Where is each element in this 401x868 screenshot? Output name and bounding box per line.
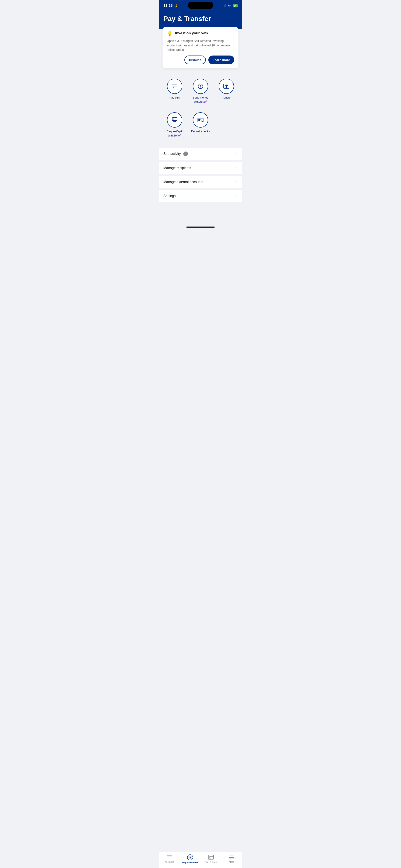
pay-bills-action[interactable]: Pay bills: [163, 75, 187, 107]
svg-rect-1: [224, 5, 224, 7]
battery-badge: 36: [233, 4, 238, 7]
moon-icon: 🌙: [174, 4, 177, 7]
pay-bills-icon: [167, 79, 182, 94]
promo-header: 💡 Invest on your own: [167, 31, 234, 37]
page-title: Pay & Transfer: [163, 15, 238, 23]
manage-recipients-label: Manage recipients: [163, 166, 191, 170]
settings-label: Settings: [163, 194, 176, 198]
pay-bills-label: Pay bills: [170, 96, 180, 100]
wifi-icon: [228, 4, 232, 7]
svg-rect-2: [225, 5, 225, 7]
see-activity-chevron: ›: [236, 152, 238, 156]
deposit-checks-icon: [193, 112, 208, 128]
svg-rect-0: [223, 6, 223, 7]
svg-rect-3: [226, 4, 226, 7]
activity-dot: [183, 152, 188, 156]
main-content: 💡 Invest on your own Open a J.P. Morgan …: [159, 27, 242, 225]
svg-rect-6: [173, 87, 174, 88]
menu-divider-3: [159, 188, 242, 190]
send-money-icon: $: [193, 79, 208, 94]
transfer-action[interactable]: Transfer: [214, 75, 238, 107]
transfer-icon: [219, 79, 234, 94]
manage-recipients-chevron: ›: [236, 166, 238, 170]
settings-item[interactable]: Settings ›: [159, 190, 242, 202]
promo-description: Open a J.P. Morgan Self-Directed Investi…: [167, 39, 234, 52]
manage-recipients-item[interactable]: Manage recipients ›: [159, 162, 242, 174]
deposit-checks-label: Deposit checks: [191, 130, 210, 133]
promo-title: Invest on your own: [175, 31, 208, 35]
section-divider: [159, 144, 242, 146]
learn-more-button[interactable]: Learn more: [208, 56, 234, 64]
request-split-action[interactable]: Request/split with Zelle®: [163, 109, 187, 141]
manage-external-accounts-item[interactable]: Manage external accounts ›: [159, 176, 242, 188]
transfer-label: Transfer: [221, 96, 231, 100]
promo-card: 💡 Invest on your own Open a J.P. Morgan …: [163, 27, 238, 68]
see-activity-item[interactable]: See activity ›: [159, 148, 242, 160]
action-grid-row2: Request/split with Zelle® Deposit checks: [159, 109, 242, 144]
signal-icon: [223, 4, 227, 7]
status-bar: 11:25 🌙 36: [159, 0, 242, 10]
action-grid-row1: Pay bills $ Send money with Zelle®: [159, 72, 242, 109]
dynamic-island: [188, 2, 213, 9]
menu-divider-2: [159, 174, 242, 176]
status-time: 11:25: [163, 4, 172, 8]
promo-actions: Dismiss Learn more: [167, 56, 234, 64]
see-activity-left: See activity: [163, 152, 188, 156]
home-indicator: [186, 226, 215, 227]
header: Pay & Transfer: [159, 10, 242, 29]
lightbulb-icon: 💡: [167, 31, 172, 37]
deposit-checks-action[interactable]: Deposit checks: [189, 109, 212, 141]
manage-external-accounts-label: Manage external accounts: [163, 180, 203, 184]
request-split-icon: [167, 112, 182, 128]
menu-divider-1: [159, 160, 242, 162]
send-money-action[interactable]: $ Send money with Zelle®: [189, 75, 212, 107]
svg-rect-5: [172, 86, 177, 87]
svg-text:$: $: [200, 85, 201, 88]
request-split-label: Request/split with Zelle®: [164, 130, 185, 137]
settings-chevron: ›: [236, 194, 238, 198]
send-money-label: Send money with Zelle®: [190, 96, 211, 104]
see-activity-label: See activity: [163, 152, 181, 156]
empty-slot: [214, 109, 238, 141]
status-icons: 36: [223, 4, 238, 7]
manage-external-accounts-chevron: ›: [236, 180, 238, 184]
menu-section: See activity › Manage recipients › Manag…: [159, 148, 242, 202]
dismiss-button[interactable]: Dismiss: [184, 56, 206, 64]
